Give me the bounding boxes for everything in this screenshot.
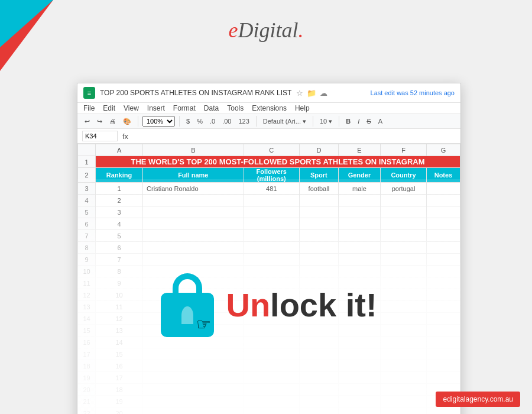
- bold-btn[interactable]: B: [343, 117, 353, 126]
- header-row: 1 THE WORLD'S TOP 200 MOST-FOLLOWED SPOR…: [78, 156, 460, 168]
- star-icon[interactable]: ☆: [296, 89, 303, 98]
- paint-btn[interactable]: 🎨: [121, 117, 134, 127]
- unlock-un-text: Un: [226, 286, 270, 324]
- triangle-teal: [0, 0, 53, 47]
- title-icons: ☆ 📁 ☁: [296, 89, 327, 98]
- logo-digital: Digital: [238, 18, 298, 42]
- col-b[interactable]: B: [143, 144, 244, 156]
- fontsize-select[interactable]: 10 ▾: [317, 117, 335, 127]
- unlock-overlay: ☞ Unlock it!: [77, 179, 460, 414]
- lock-keyhole: [181, 306, 193, 324]
- decimal2-btn[interactable]: .00: [220, 117, 233, 126]
- menu-view[interactable]: View: [124, 104, 139, 112]
- corner-cell: [78, 144, 96, 156]
- title-bar: ≡ TOP 200 SPORTS ATHLETES ON INSTAGRAM R…: [77, 83, 460, 103]
- lock-icon-container: ☞: [161, 273, 214, 337]
- spreadsheet-container: ≡ TOP 200 SPORTS ATHLETES ON INSTAGRAM R…: [77, 83, 461, 414]
- sep3: [256, 116, 257, 127]
- col-d[interactable]: D: [299, 144, 338, 156]
- cell-reference[interactable]: [82, 131, 118, 141]
- unlock-lock-text: lock it!: [270, 286, 377, 324]
- decimal3-btn[interactable]: 123: [236, 117, 251, 126]
- grid-container: A B C D E F G 1 THE WORLD'S TOP 200 MOST…: [77, 144, 460, 414]
- decimal-btn[interactable]: .0: [207, 117, 218, 126]
- font-select[interactable]: Default (Ari... ▾: [261, 117, 309, 127]
- sep4: [313, 116, 313, 127]
- menu-data[interactable]: Data: [204, 104, 219, 112]
- footer-url[interactable]: edigitalagency.com.au: [436, 392, 520, 407]
- lock-shackle: [173, 273, 202, 294]
- sep5: [339, 116, 339, 127]
- lock-body: ☞: [161, 293, 214, 337]
- formula-bar: fx: [77, 129, 460, 144]
- last-edit: Last edit was 52 minutes ago: [371, 89, 455, 96]
- dollar-btn[interactable]: $: [184, 117, 192, 126]
- folder-icon[interactable]: 📁: [307, 89, 316, 98]
- menu-tools[interactable]: Tools: [227, 104, 244, 112]
- menu-help[interactable]: Help: [295, 104, 310, 112]
- logo-dot: .: [299, 18, 304, 42]
- cursor-hand-icon: ☞: [196, 315, 211, 334]
- sheets-icon: ≡: [83, 87, 95, 99]
- fx-icon: fx: [122, 132, 128, 141]
- menu-edit[interactable]: Edit: [103, 104, 115, 112]
- percent-btn[interactable]: %: [194, 117, 205, 126]
- col-f[interactable]: F: [381, 144, 427, 156]
- logo-e: e: [229, 18, 238, 42]
- zoom-select[interactable]: 100%: [142, 116, 175, 127]
- cloud-icon[interactable]: ☁: [320, 89, 327, 98]
- redo-btn[interactable]: ↪: [95, 117, 105, 127]
- italic-btn[interactable]: I: [355, 117, 362, 126]
- menu-file[interactable]: File: [83, 104, 95, 112]
- menu-insert[interactable]: Insert: [147, 104, 165, 112]
- sep1: [138, 116, 138, 127]
- spreadsheet-title: TOP 200 SPORTS ATHLETES ON INSTAGRAM RAN…: [100, 89, 291, 97]
- row-num-1: 1: [78, 156, 96, 168]
- col-a[interactable]: A: [96, 144, 143, 156]
- print-btn[interactable]: 🖨: [107, 117, 118, 126]
- col-e[interactable]: E: [338, 144, 380, 156]
- menu-format[interactable]: Format: [173, 104, 196, 112]
- col-g[interactable]: G: [426, 144, 460, 156]
- col-c[interactable]: C: [244, 144, 299, 156]
- menu-extensions[interactable]: Extensions: [252, 104, 287, 112]
- unlock-text[interactable]: Unlock it!: [226, 289, 377, 322]
- strikethrough-btn[interactable]: S: [364, 117, 373, 126]
- color-btn[interactable]: A: [376, 117, 385, 126]
- toolbar: ↩ ↪ 🖨 🎨 100% $ % .0 .00 123 Default (Ari…: [77, 114, 460, 129]
- merged-header-cell: THE WORLD'S TOP 200 MOST-FOLLOWED SPORTS…: [96, 156, 460, 168]
- formula-input[interactable]: [133, 132, 456, 140]
- undo-btn[interactable]: ↩: [82, 117, 92, 127]
- logo: eDigital.: [229, 18, 304, 43]
- menu-bar: File Edit View Insert Format Data Tools …: [77, 103, 460, 114]
- sep2: [179, 116, 180, 127]
